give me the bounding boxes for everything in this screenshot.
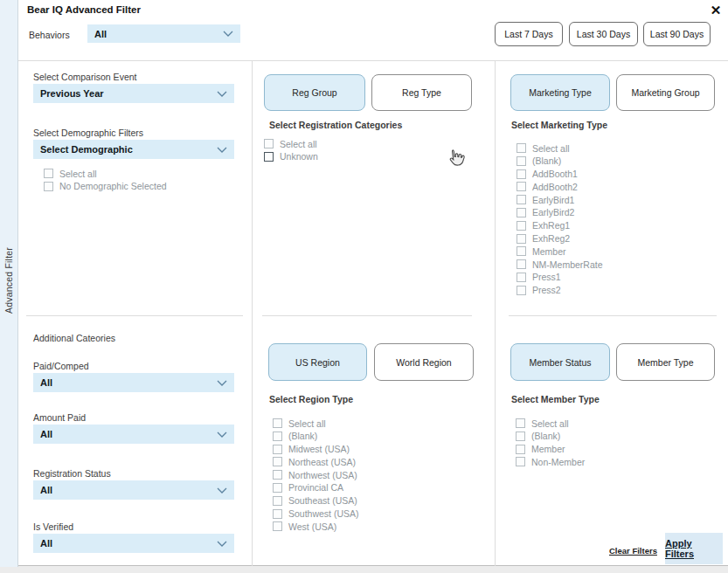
checkbox-row[interactable]: Press1 [517, 273, 603, 282]
checkbox-row[interactable]: Member [517, 246, 603, 256]
checkbox-label: Select all [532, 143, 570, 154]
checkbox[interactable] [517, 182, 526, 191]
checkbox[interactable] [273, 496, 282, 506]
checkbox-row[interactable]: ExhReg1 [517, 221, 603, 231]
demographic-select-value: Select Demographic [40, 144, 133, 155]
dialog-title: Bear IQ Advanced Filter [27, 4, 141, 15]
checkbox[interactable] [273, 431, 282, 441]
checkbox[interactable] [273, 509, 282, 519]
checkbox[interactable] [517, 143, 526, 153]
checkbox-row[interactable]: NM-MemberRate [517, 259, 603, 269]
checkbox-label: Press2 [532, 285, 561, 295]
checkbox-row[interactable]: Select all [273, 418, 359, 428]
checkbox[interactable] [264, 152, 274, 162]
checkbox-row[interactable]: Northwest (USA) [273, 470, 359, 480]
side-tab-label: Advanced Filter [3, 247, 14, 314]
checkbox-row[interactable]: Northeast (USA) [273, 457, 359, 466]
checkbox-label: Select all [288, 418, 326, 429]
checkbox[interactable] [516, 445, 525, 454]
checkbox[interactable] [517, 195, 526, 204]
checkbox-label: (Blank) [532, 155, 561, 166]
checkbox[interactable] [517, 246, 526, 256]
behaviors-label: Behaviors [29, 30, 70, 40]
tab-world-region[interactable]: World Region [374, 343, 474, 381]
registration-status-select[interactable]: All [33, 480, 234, 500]
checkbox-row[interactable]: EarlyBird2 [517, 208, 603, 217]
tab-marketing-type[interactable]: Marketing Type [510, 74, 610, 111]
checkbox[interactable] [517, 208, 526, 217]
checkbox-row[interactable]: Select all [264, 139, 318, 148]
checkbox-row[interactable]: Select all [516, 418, 585, 428]
checkbox-row[interactable]: Southwest (USA) [273, 509, 359, 519]
checkbox-label: Select all [59, 169, 97, 179]
checkbox-row[interactable]: Provincial CA [273, 483, 359, 493]
checkbox-label: Member [531, 444, 565, 454]
checkbox[interactable] [44, 169, 53, 178]
checkbox-row[interactable]: Select all [44, 169, 167, 178]
is-verified-select[interactable]: All [33, 534, 234, 553]
registration-options-list: Select all Unknown [264, 139, 318, 162]
checkbox-label: Midwest (USA) [288, 444, 350, 454]
checkbox[interactable] [273, 457, 282, 466]
checkbox-row[interactable]: No Demographic Selected [44, 182, 167, 191]
advanced-filter-side-tab[interactable]: Advanced Filter [0, 0, 18, 567]
checkbox[interactable] [44, 182, 53, 191]
checkbox[interactable] [273, 521, 282, 531]
checkbox-row[interactable]: Select all [517, 143, 603, 153]
checkbox-row[interactable]: Unknown [264, 152, 318, 162]
chevron-down-icon [217, 541, 227, 547]
checkbox[interactable] [516, 431, 525, 441]
checkbox-label: Member [532, 246, 566, 257]
checkbox[interactable] [516, 418, 525, 428]
checkbox-row[interactable]: Member [516, 445, 585, 454]
checkbox-label: No Demographic Selected [59, 181, 167, 191]
last-7-days-button[interactable]: Last 7 Days [495, 22, 563, 46]
checkbox[interactable] [516, 457, 525, 466]
checkbox-row[interactable]: (Blank) [273, 431, 359, 441]
checkbox[interactable] [273, 483, 282, 493]
behaviors-select[interactable]: All [87, 24, 240, 43]
checkbox[interactable] [517, 221, 526, 231]
last-90-days-button[interactable]: Last 90 Days [643, 22, 711, 46]
checkbox-row[interactable]: Southeast (USA) [273, 496, 359, 506]
tab-member-status[interactable]: Member Status [510, 343, 610, 381]
checkbox[interactable] [273, 470, 282, 480]
header-divider [18, 60, 728, 61]
checkbox[interactable] [517, 259, 526, 269]
last-30-days-button[interactable]: Last 30 Days [569, 22, 638, 46]
amount-paid-value: All [40, 429, 52, 439]
hand-cursor-icon [447, 148, 465, 171]
checkbox-row[interactable]: Press2 [517, 286, 603, 295]
checkbox-row[interactable]: (Blank) [517, 156, 603, 166]
checkbox[interactable] [517, 156, 526, 166]
checkbox[interactable] [273, 445, 282, 454]
checkbox-row[interactable]: West (USA) [273, 521, 359, 531]
checkbox-row[interactable]: AddBooth1 [517, 169, 603, 179]
checkbox[interactable] [264, 139, 274, 148]
tab-marketing-group[interactable]: Marketing Group [616, 74, 715, 111]
checkbox-row[interactable]: EarlyBird1 [517, 195, 603, 204]
paid-comped-select[interactable]: All [33, 373, 234, 392]
checkbox-row[interactable]: (Blank) [516, 431, 585, 441]
clear-filters-button[interactable]: Clear Filters [609, 546, 657, 556]
checkbox[interactable] [517, 234, 526, 244]
checkbox[interactable] [517, 169, 526, 179]
amount-paid-select[interactable]: All [33, 425, 234, 444]
checkbox-row[interactable]: Midwest (USA) [273, 445, 359, 454]
comparison-event-select[interactable]: Previous Year [33, 84, 234, 103]
checkbox[interactable] [517, 286, 526, 295]
checkbox[interactable] [517, 273, 526, 282]
close-icon[interactable]: ✕ [706, 1, 725, 18]
tab-reg-group[interactable]: Reg Group [264, 74, 365, 111]
paid-comped-value: All [40, 377, 52, 388]
checkbox[interactable] [273, 418, 282, 428]
tab-us-region[interactable]: US Region [268, 343, 367, 381]
checkbox-row[interactable]: ExhReg2 [517, 234, 603, 244]
demographic-select[interactable]: Select Demographic [33, 140, 234, 159]
checkbox-label: Provincial CA [288, 482, 343, 493]
checkbox-row[interactable]: Non-Member [516, 457, 585, 466]
tab-member-type[interactable]: Member Type [616, 343, 715, 381]
apply-filters-button[interactable]: Apply Filters [665, 533, 723, 564]
tab-reg-type[interactable]: Reg Type [371, 74, 472, 111]
checkbox-row[interactable]: AddBooth2 [517, 182, 603, 191]
